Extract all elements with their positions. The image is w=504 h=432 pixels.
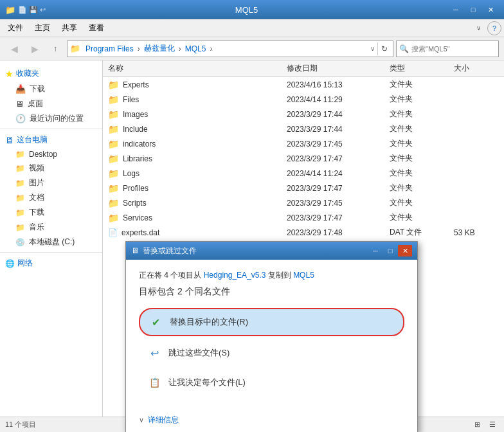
dialog-minimize-button[interactable]: ─	[368, 245, 382, 256]
dialog-to-link[interactable]: MQL5	[293, 271, 314, 280]
dialog-info: 正在将 4 个项目从 Hedging_EA_v5.3 复制到 MQL5	[139, 270, 404, 281]
dialog-from-link[interactable]: Hedging_EA_v5.3	[204, 271, 266, 280]
footer-details-label: 详细信息	[148, 415, 179, 426]
dialog-footer[interactable]: ∨ 详细信息	[126, 410, 417, 432]
dialog-maximize-button[interactable]: □	[383, 245, 397, 256]
dialog-title-bar: 🖥 替换或跳过文件 ─ □ ✕	[126, 242, 417, 260]
dialog-subtitle: 目标包含 2 个同名文件	[139, 286, 404, 298]
dialog-info-text2: 复制到	[268, 271, 291, 280]
dialog-title-text: 替换或跳过文件	[143, 246, 197, 256]
footer-chevron-icon: ∨	[139, 416, 144, 424]
dialog-title-left: 🖥 替换或跳过文件	[131, 246, 197, 256]
dialog-option-replace[interactable]: ✔ 替换目标中的文件(R)	[139, 308, 404, 336]
dialog-option-replace-label: 替换目标中的文件(R)	[170, 316, 248, 328]
dialog-option-decide-label: 让我决定每个文件(L)	[168, 377, 246, 388]
dialog-close-button[interactable]: ✕	[398, 245, 412, 256]
dialog-overlay: 🖥 替换或跳过文件 ─ □ ✕ 正在将 4 个项目从 Hedging_EA_v5…	[0, 0, 504, 432]
skip-option-icon: ↩	[147, 345, 162, 361]
dialog-option-skip-label: 跳过这些文件(S)	[168, 347, 230, 359]
replace-option-icon: ✔	[148, 314, 163, 330]
dialog-content: 正在将 4 个项目从 Hedging_EA_v5.3 复制到 MQL5 目标包含…	[126, 260, 417, 410]
dialog-option-skip[interactable]: ↩ 跳过这些文件(S)	[139, 340, 404, 366]
dialog-title-icon: 🖥	[131, 246, 139, 255]
dialog-win-buttons: ─ □ ✕	[368, 245, 412, 256]
decide-option-icon: 📋	[147, 375, 162, 390]
replace-skip-dialog: 🖥 替换或跳过文件 ─ □ ✕ 正在将 4 个项目从 Hedging_EA_v5…	[125, 241, 418, 432]
dialog-option-decide[interactable]: 📋 让我决定每个文件(L)	[139, 370, 404, 395]
dialog-info-text1: 正在将 4 个项目从	[139, 271, 201, 280]
